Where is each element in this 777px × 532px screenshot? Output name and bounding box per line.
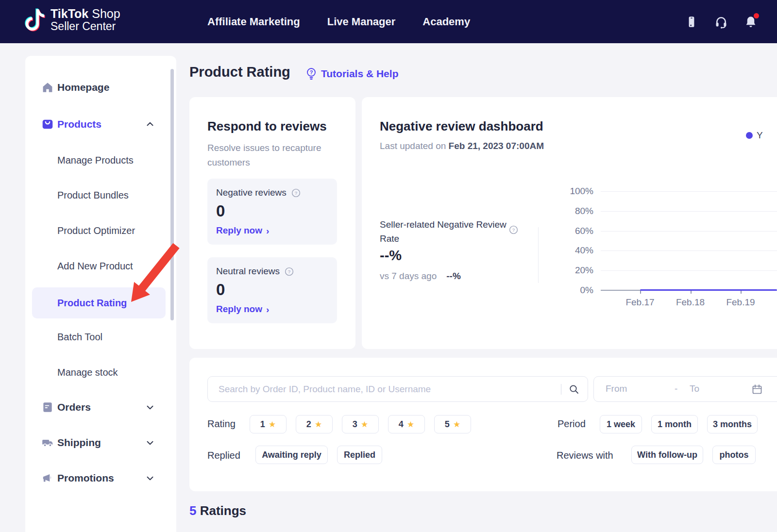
- sidebar-item-manage-products[interactable]: Manage Products: [25, 150, 176, 170]
- chevron-up-icon: [145, 119, 155, 130]
- neutral-reply-now-link[interactable]: Reply now ›: [216, 304, 269, 315]
- tutorials-help-link[interactable]: ? Tutorials & Help: [305, 67, 398, 80]
- sidebar-item-product-bundles[interactable]: Product Bundles: [25, 185, 176, 205]
- negative-reviews-count: 0: [216, 202, 225, 220]
- ratings-label: Ratings: [200, 503, 246, 518]
- rating-3-star-button[interactable]: 3★: [342, 415, 379, 433]
- svg-text:?: ?: [294, 190, 297, 196]
- date-range-picker[interactable]: From - To: [593, 376, 777, 402]
- y-axis-tick-label: 80%: [554, 206, 593, 216]
- question-circle-icon[interactable]: ?: [291, 188, 301, 198]
- y-axis-tick-label: 0%: [554, 285, 593, 296]
- chevron-down-icon: [145, 437, 155, 448]
- rating-4-star-button[interactable]: 4★: [388, 415, 425, 433]
- nav-item-live-manager[interactable]: Live Manager: [327, 16, 396, 28]
- gridline: [601, 270, 777, 271]
- gridline: [601, 250, 777, 251]
- rating-1-star-button[interactable]: 1★: [250, 415, 287, 433]
- notification-bell-icon[interactable]: [744, 15, 758, 29]
- date-from-placeholder: From: [606, 383, 627, 394]
- x-axis-tick-label: Feb.18: [669, 297, 712, 308]
- search-input[interactable]: [208, 384, 561, 395]
- star-icon: ★: [453, 420, 460, 429]
- star-icon: ★: [269, 420, 276, 429]
- x-axis-tick: [741, 291, 742, 294]
- input-divider: [561, 384, 561, 395]
- respond-card-title: Respond to reviews: [207, 119, 327, 134]
- star-icon: ★: [315, 420, 322, 429]
- sidebar-item-shipping[interactable]: Shipping: [25, 432, 176, 453]
- chevron-right-icon: ›: [266, 305, 269, 314]
- sidebar-item-batch-tool[interactable]: Batch Tool: [25, 327, 176, 347]
- awaiting-reply-button[interactable]: Awaiting reply: [255, 446, 328, 464]
- question-circle-icon[interactable]: ?: [284, 266, 294, 277]
- ratings-count-heading: 5 Ratings: [189, 503, 246, 518]
- date-to-placeholder: To: [690, 383, 699, 394]
- photos-button[interactable]: photos: [712, 446, 756, 464]
- neutral-reviews-label: Neutral reviews: [216, 266, 280, 277]
- navbar-menu: Affiliate Marketing Live Manager Academy: [207, 0, 470, 43]
- star-icon: ★: [407, 420, 414, 429]
- calendar-icon: [751, 383, 763, 395]
- rating-5-star-button[interactable]: 5★: [434, 415, 471, 433]
- x-axis-line: [601, 290, 640, 291]
- gridline: [601, 211, 777, 212]
- period-1-month-button[interactable]: 1 month: [651, 415, 698, 433]
- negative-review-rate-chart: 100%80%60%40%20%0%Feb.17Feb.18Feb.19: [362, 97, 777, 349]
- period-3-months-button[interactable]: 3 months: [707, 415, 758, 433]
- gridline: [601, 191, 777, 192]
- sidebar: Homepage Products Manage Products Produc…: [25, 56, 176, 532]
- negative-reviews-label: Negative reviews: [216, 187, 287, 198]
- nav-item-academy[interactable]: Academy: [422, 16, 470, 28]
- series-line: [640, 289, 777, 291]
- chevron-down-icon: [145, 402, 155, 413]
- navbar-icons: [685, 0, 758, 43]
- y-axis-tick-label: 60%: [554, 226, 593, 236]
- negative-reviews-stat-box: Negative reviews ? 0 Reply now ›: [207, 179, 337, 245]
- notification-badge: [754, 13, 759, 18]
- sidebar-item-add-new-product[interactable]: Add New Product: [25, 256, 176, 276]
- negative-review-dashboard-card: Negative review dashboard Last updated o…: [362, 97, 777, 349]
- chevron-down-icon: [145, 473, 155, 483]
- sidebar-item-product-rating[interactable]: Product Rating: [32, 287, 166, 318]
- rating-filter-label: Rating: [207, 418, 236, 430]
- period-filter-label: Period: [557, 418, 586, 430]
- y-axis-tick-label: 100%: [554, 186, 593, 197]
- sidebar-item-promotions[interactable]: Promotions: [25, 467, 176, 489]
- sidebar-item-products[interactable]: Products: [25, 114, 176, 135]
- y-axis-tick-label: 20%: [554, 265, 593, 276]
- orders-icon: [41, 401, 54, 414]
- sidebar-item-orders[interactable]: Orders: [25, 397, 176, 418]
- mobile-device-icon[interactable]: [685, 15, 698, 29]
- headset-icon[interactable]: [714, 15, 728, 29]
- sidebar-item-product-optimizer[interactable]: Product Optimizer: [25, 221, 176, 240]
- sidebar-item-homepage[interactable]: Homepage: [25, 77, 176, 98]
- period-1-week-button[interactable]: 1 week: [600, 415, 642, 433]
- sidebar-scrollbar[interactable]: [170, 69, 174, 320]
- respond-card-subtitle: Resolve issues to recapture customers: [207, 141, 329, 170]
- chevron-right-icon: ›: [266, 226, 269, 235]
- ratings-count: 5: [189, 503, 196, 518]
- reviews-with-filter-label: Reviews with: [557, 450, 613, 461]
- promotions-megaphone-icon: [41, 472, 54, 484]
- lightbulb-help-icon: ?: [305, 67, 317, 80]
- search-icon[interactable]: [568, 383, 580, 395]
- sidebar-item-manage-stock[interactable]: Manage stock: [25, 363, 176, 382]
- y-axis-tick-label: 40%: [554, 245, 593, 256]
- tiktok-shop-logo[interactable]: TikTok Shop Seller Center: [24, 7, 120, 33]
- nav-item-affiliate-marketing[interactable]: Affiliate Marketing: [207, 16, 300, 28]
- search-box: [207, 376, 588, 402]
- neutral-reviews-stat-box: Neutral reviews ? 0 Reply now ›: [207, 257, 337, 323]
- x-axis-tick-label: Feb.19: [719, 297, 762, 308]
- filters-card: From - To Rating 1★ 2★ 3★ 4★ 5★ Period 1…: [189, 358, 777, 491]
- tiktok-note-icon: [24, 8, 46, 32]
- svg-text:?: ?: [288, 269, 290, 274]
- replied-filter-label: Replied: [207, 450, 240, 461]
- logo-title: TikTok Shop: [51, 7, 120, 20]
- rating-2-star-button[interactable]: 2★: [296, 415, 333, 433]
- negative-reply-now-link[interactable]: Reply now ›: [216, 225, 269, 236]
- svg-text:?: ?: [310, 69, 313, 75]
- x-axis-tick: [640, 291, 641, 294]
- with-follow-up-button[interactable]: With follow-up: [631, 446, 703, 464]
- replied-button[interactable]: Replied: [337, 446, 382, 464]
